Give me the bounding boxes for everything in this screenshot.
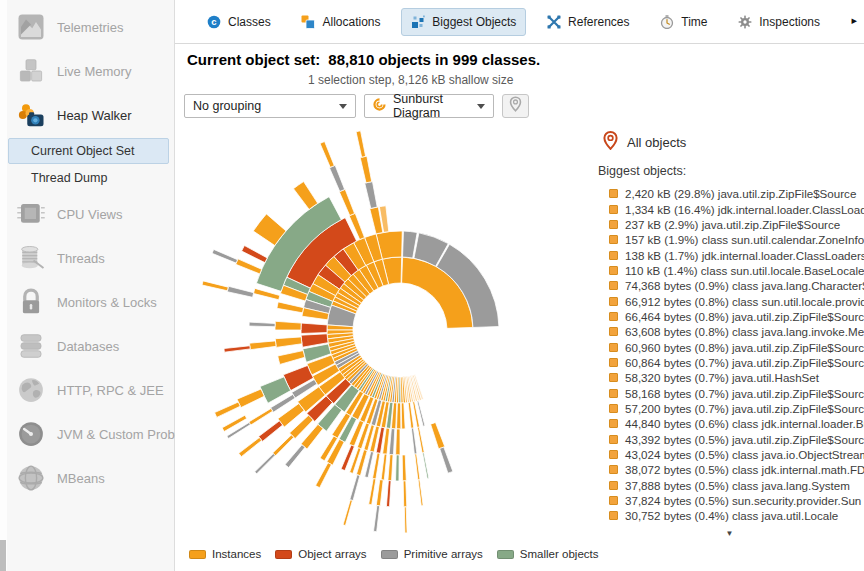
sunburst-segment[interactable]	[431, 422, 445, 448]
tab-classes[interactable]: cClasses	[197, 8, 281, 36]
biggest-object-row[interactable]: 58,168 bytes (0.7%) java.util.zip.ZipFil…	[595, 385, 864, 400]
biggest-object-row[interactable]: 43,392 bytes (0.5%) java.util.zip.ZipFil…	[595, 432, 864, 447]
biggest-object-row[interactable]: 57,200 bytes (0.7%) java.util.zip.ZipFil…	[595, 401, 864, 416]
sunburst-segment[interactable]	[329, 165, 344, 191]
sunburst-segment[interactable]	[215, 402, 241, 417]
biggest-object-row[interactable]: 66,464 bytes (0.8%) java.util.zip.ZipFil…	[595, 309, 864, 324]
sidebar-item-monitors-locks[interactable]: Monitors & Locks	[7, 280, 174, 324]
biggest-object-row[interactable]: 63,608 bytes (0.8%) class java.lang.invo…	[595, 324, 864, 339]
sunburst-segment[interactable]	[212, 249, 238, 263]
sunburst-segment[interactable]	[386, 481, 391, 507]
sidebar-item-jvm-custom-probes[interactable]: JVM & Custom Probes	[7, 412, 174, 456]
sidebar-subitem-thread-dump[interactable]: Thread Dump	[8, 165, 169, 191]
sunburst-segment[interactable]	[285, 445, 305, 468]
biggest-object-row[interactable]: 60,960 bytes (0.8%) java.util.zip.ZipFil…	[595, 339, 864, 354]
sidebar-subitem-current-object-set[interactable]: Current Object Set	[8, 138, 169, 164]
sidebar-item-cpu-views[interactable]: CPU Views	[7, 192, 174, 236]
tab-references[interactable]: References	[537, 8, 639, 36]
sunburst-segment[interactable]	[275, 337, 302, 347]
sunburst-segment[interactable]	[376, 480, 383, 506]
sunburst-segment[interactable]	[202, 281, 228, 291]
sunburst-segment[interactable]	[389, 429, 395, 455]
sunburst-segment[interactable]	[396, 429, 400, 455]
sunburst-segment[interactable]	[423, 453, 429, 479]
sunburst-segment[interactable]	[397, 403, 401, 429]
sunburst-segment[interactable]	[365, 182, 377, 209]
sunburst-segment[interactable]	[381, 454, 387, 480]
sunburst-segment[interactable]	[242, 246, 268, 263]
sunburst-segment[interactable]	[356, 131, 366, 157]
sunburst-segment[interactable]	[249, 322, 275, 327]
sunburst-segment[interactable]	[388, 455, 393, 481]
sunburst-segment[interactable]	[339, 189, 354, 215]
sunburst-segment[interactable]	[277, 302, 304, 313]
sunburst-segment[interactable]	[350, 475, 360, 501]
view-type-dropdown[interactable]: Sunburst Diagram	[364, 94, 494, 118]
biggest-object-row[interactable]: 110 kB (1.4%) class sun.util.locale.Base…	[595, 263, 864, 278]
sunburst-segment[interactable]	[408, 402, 414, 428]
sunburst-segment[interactable]	[224, 346, 250, 352]
tab-overflow-arrow-icon[interactable]: ▸	[851, 14, 857, 27]
grouping-dropdown[interactable]: No grouping	[184, 94, 356, 118]
biggest-object-row[interactable]: 2,420 kB (29.8%) java.util.zip.ZipFile$S…	[595, 186, 864, 201]
sunburst-segment[interactable]	[237, 389, 264, 408]
biggest-object-row[interactable]: 37,824 bytes (0.5%) sun.security.provide…	[595, 493, 864, 508]
sunburst-segment[interactable]	[301, 323, 327, 333]
tab-biggest-objects[interactable]: Biggest Objects	[401, 8, 526, 36]
pin-selection-button[interactable]	[502, 94, 529, 118]
sunburst-segment[interactable]	[396, 455, 400, 481]
sunburst-segment[interactable]	[360, 156, 372, 183]
sidebar-item-telemetries[interactable]: Telemetries	[7, 5, 174, 49]
biggest-object-row[interactable]: 1,334 kB (16.4%) jdk.internal.loader.Cla…	[595, 201, 864, 216]
sunburst-segment[interactable]	[250, 341, 277, 350]
sidebar-item-heap-walker[interactable]: Heap Walker	[7, 93, 174, 137]
sunburst-segment[interactable]	[255, 454, 275, 474]
sidebar-item-databases[interactable]: Databases	[7, 324, 174, 368]
tab-time[interactable]: Time	[650, 8, 717, 36]
biggest-object-row[interactable]: 66,912 bytes (0.8%) class sun.util.local…	[595, 293, 864, 308]
sunburst-segment[interactable]	[343, 500, 352, 526]
tab-inspections[interactable]: Inspections	[728, 8, 830, 36]
biggest-object-row[interactable]: 44,840 bytes (0.6%) class jdk.internal.l…	[595, 416, 864, 431]
biggest-object-row[interactable]: 138 kB (1.7%) jdk.internal.loader.ClassL…	[595, 247, 864, 262]
sunburst-segment[interactable]	[320, 142, 334, 168]
tab-allocations[interactable]: Allocations	[291, 8, 390, 36]
sunburst-segment[interactable]	[259, 421, 283, 442]
sunburst-segment[interactable]	[369, 479, 376, 505]
list-more-indicator[interactable]: ▼	[595, 529, 864, 538]
sunburst-segment[interactable]	[293, 182, 317, 210]
sunburst-segment[interactable]	[316, 463, 332, 488]
sunburst-segment[interactable]	[374, 505, 380, 531]
sunburst-segment[interactable]	[415, 454, 420, 480]
biggest-object-row[interactable]: 58,320 bytes (0.7%) java.util.HashSet	[595, 370, 864, 385]
sunburst-segment[interactable]	[440, 447, 453, 473]
biggest-object-row[interactable]: 157 kB (1.9%) class sun.util.calendar.Zo…	[595, 232, 864, 247]
biggest-object-row[interactable]: 60,864 bytes (0.7%) java.util.zip.ZipFil…	[595, 355, 864, 370]
biggest-object-row[interactable]: 43,024 bytes (0.5%) class java.io.Object…	[595, 447, 864, 462]
biggest-object-row[interactable]: 37,888 bytes (0.5%) class java.lang.Syst…	[595, 478, 864, 493]
sunburst-segment[interactable]	[275, 321, 301, 330]
biggest-object-row[interactable]: 38,072 bytes (0.5%) class jdk.internal.m…	[595, 462, 864, 477]
sunburst-segment[interactable]	[411, 428, 417, 454]
sunburst-segment[interactable]	[278, 351, 305, 365]
sidebar-item-live-memory[interactable]: Live Memory	[7, 49, 174, 93]
sidebar-item-threads[interactable]: Threads	[7, 236, 174, 280]
sunburst-segment[interactable]	[404, 507, 407, 533]
sunburst-segment[interactable]	[236, 259, 262, 274]
sunburst-segment[interactable]	[239, 438, 262, 457]
rail-scroll-thumb[interactable]	[0, 540, 6, 571]
biggest-object-row[interactable]: 74,368 bytes (0.9%) class java.lang.Char…	[595, 278, 864, 293]
sunburst-segment[interactable]	[249, 408, 273, 425]
sunburst-segment[interactable]	[273, 435, 294, 456]
biggest-object-row[interactable]: 30,752 bytes (0.4%) class java.util.Loca…	[595, 508, 864, 523]
biggest-object-row[interactable]: 237 kB (2.9%) java.util.zip.ZipFile$Sour…	[595, 217, 864, 232]
sidebar-item-http-rpc-jee[interactable]: HTTP, RPC & JEE	[7, 368, 174, 412]
sunburst-segment[interactable]	[418, 480, 423, 506]
sunburst-segment[interactable]	[401, 403, 405, 429]
sidebar-item-mbeans[interactable]: MBeans	[7, 456, 174, 500]
sunburst-segment[interactable]	[372, 453, 380, 479]
sunburst-segment[interactable]	[418, 427, 425, 453]
sunburst-segment[interactable]	[402, 455, 406, 481]
sunburst-segment[interactable]	[227, 286, 253, 297]
sunburst-segment[interactable]	[403, 481, 407, 507]
